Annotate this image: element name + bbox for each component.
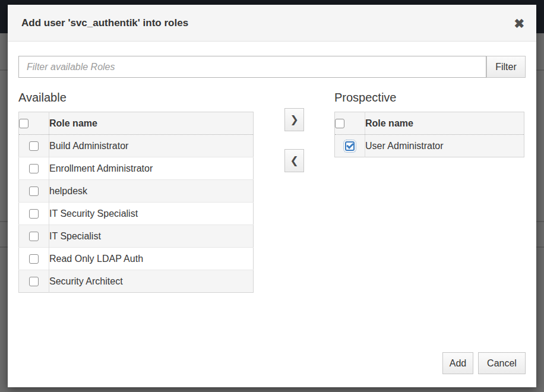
row-checkbox[interactable] [29,277,39,286]
available-heading: Available [18,91,67,103]
table-row: Security Architect [19,270,254,293]
table-row: User Administrator [335,135,524,157]
close-icon: ✖ [514,16,524,30]
close-button[interactable]: ✖ [514,17,524,29]
cancel-button[interactable]: Cancel [478,352,526,374]
row-checkbox[interactable] [29,209,39,219]
chevron-right-icon: ❯ [290,115,298,125]
role-name-label: Enrollment Administrator [49,157,254,180]
table-row: IT Security Specialist [19,203,254,225]
row-checkbox[interactable] [29,254,39,264]
filter-button[interactable]: Filter [486,56,526,78]
role-name-label: Security Architect [49,270,254,293]
add-button[interactable]: Add [442,352,473,374]
chevron-left-icon: ❮ [290,156,298,166]
table-row: helpdesk [19,180,254,203]
table-header-row: Role name [19,112,254,135]
select-all-checkbox[interactable] [335,119,344,128]
table-row: Build Administrator [19,135,254,157]
table-row: IT Specialist [19,225,254,248]
select-all-checkbox[interactable] [19,119,29,128]
available-roles-table: Role name Build Administrator Enrollment… [18,112,254,293]
table-row: Enrollment Administrator [19,157,254,180]
move-to-prospective-button[interactable]: ❯ [284,108,304,131]
role-name-label: helpdesk [49,180,254,203]
role-name-label: Build Administrator [49,135,254,157]
table-row: Read Only LDAP Auth [19,248,254,270]
column-header-role-name: Role name [365,112,524,135]
column-header-role-name: Role name [49,112,254,135]
role-name-label: IT Security Specialist [49,203,254,225]
dialog-header: Add user 'svc_authentik' into roles ✖ [8,5,536,42]
role-name-label: User Administrator [365,135,524,157]
role-name-label: IT Specialist [49,225,254,248]
table-header-row: Role name [335,112,524,135]
role-name-label: Read Only LDAP Auth [49,248,254,270]
prospective-roles-table: Role name User Administrator [334,112,524,157]
row-checkbox[interactable] [29,141,39,151]
row-checkbox[interactable] [29,164,39,173]
move-to-available-button[interactable]: ❮ [284,149,304,172]
prospective-heading: Prospective [334,91,397,103]
row-checkbox[interactable] [345,141,355,151]
add-user-into-roles-dialog: Add user 'svc_authentik' into roles ✖ Fi… [8,5,536,387]
row-checkbox[interactable] [29,232,39,241]
dialog-title: Add user 'svc_authentik' into roles [21,17,188,29]
filter-roles-input[interactable] [18,56,486,78]
row-checkbox[interactable] [29,186,39,196]
